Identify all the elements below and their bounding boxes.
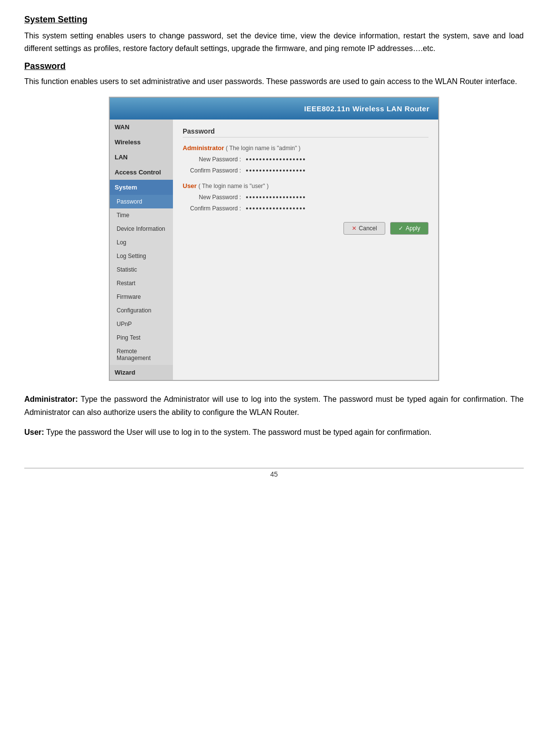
user-new-password-dots: •••••••••••••••••• — [246, 193, 306, 201]
user-label: User ( The login name is "user" ) — [183, 182, 428, 189]
page-number: 45 — [270, 470, 278, 478]
user-new-password-label: New Password : — [183, 194, 246, 201]
password-section-title: Password — [24, 61, 524, 71]
sidebar-item-wireless[interactable]: Wireless — [110, 135, 173, 150]
sidebar-item-system[interactable]: System — [110, 180, 173, 195]
admin-section-text: Administrator: Type the password the Adm… — [24, 393, 524, 419]
sidebar-item-log-setting[interactable]: Log Setting — [110, 249, 173, 263]
router-sidebar: WAN Wireless LAN Access Control System P… — [110, 120, 173, 380]
user-confirm-password-dots: •••••••••••••••••• — [246, 205, 306, 212]
user-confirm-password-label: Confirm Password : — [183, 205, 246, 212]
admin-new-password-row: New Password : •••••••••••••••••• — [183, 155, 428, 163]
sidebar-item-upnp[interactable]: UPnP — [110, 317, 173, 331]
sidebar-item-log[interactable]: Log — [110, 236, 173, 249]
router-body: WAN Wireless LAN Access Control System P… — [110, 120, 438, 380]
confirm-password-label: Confirm Password : — [183, 167, 246, 174]
cancel-icon: ✕ — [352, 225, 357, 232]
apply-button[interactable]: ✓ Apply — [390, 222, 428, 235]
intro-paragraph: This system setting enables users to cha… — [24, 30, 524, 54]
admin-label: Administrator ( The login name is "admin… — [183, 144, 428, 152]
apply-icon: ✓ — [398, 225, 403, 232]
sidebar-item-restart[interactable]: Restart — [110, 276, 173, 290]
cancel-button[interactable]: ✕ Cancel — [343, 222, 385, 235]
content-title: Password — [183, 127, 428, 137]
admin-bold-label: Administrator: — [24, 395, 78, 403]
sidebar-item-access-control[interactable]: Access Control — [110, 165, 173, 180]
sidebar-item-wizard[interactable]: Wizard — [110, 365, 173, 380]
page-title: System Setting — [24, 15, 524, 25]
sidebar-item-remote-mgmt[interactable]: Remote Management — [110, 344, 173, 365]
new-password-label: New Password : — [183, 156, 246, 163]
page-footer: 45 — [24, 468, 524, 478]
admin-confirm-password-dots: •••••••••••••••••• — [246, 167, 306, 174]
sidebar-item-password[interactable]: Password — [110, 195, 173, 208]
user-bold-label: User: — [24, 428, 44, 436]
sidebar-item-ping-test[interactable]: Ping Test — [110, 331, 173, 344]
router-ui-screenshot: IEEE802.11n Wireless LAN Router WAN Wire… — [109, 97, 439, 381]
router-main-content: Password Administrator ( The login name … — [173, 120, 438, 380]
form-button-row: ✕ Cancel ✓ Apply — [183, 222, 428, 235]
sidebar-item-wan[interactable]: WAN — [110, 120, 173, 135]
admin-note: ( The login name is "admin" ) — [226, 145, 301, 152]
user-form-group: User ( The login name is "user" ) New Pa… — [183, 182, 428, 212]
sidebar-item-statistic[interactable]: Statistic — [110, 263, 173, 276]
sidebar-item-lan[interactable]: LAN — [110, 150, 173, 165]
user-section-text: User: Type the password the User will us… — [24, 426, 524, 439]
admin-body-text: Type the password the Administrator will… — [24, 395, 524, 416]
user-body-text: Type the password the User will use to l… — [44, 428, 431, 436]
sidebar-item-configuration[interactable]: Configuration — [110, 304, 173, 317]
router-header: IEEE802.11n Wireless LAN Router — [110, 98, 438, 120]
sidebar-item-device-info[interactable]: Device Information — [110, 222, 173, 236]
user-note: ( The login name is "user" ) — [199, 183, 269, 189]
password-section-desc: This function enables users to set admin… — [24, 75, 524, 88]
sidebar-item-firmware[interactable]: Firmware — [110, 290, 173, 304]
sidebar-item-time[interactable]: Time — [110, 208, 173, 222]
user-confirm-password-row: Confirm Password : •••••••••••••••••• — [183, 205, 428, 212]
admin-confirm-password-row: Confirm Password : •••••••••••••••••• — [183, 167, 428, 174]
admin-new-password-dots: •••••••••••••••••• — [246, 155, 306, 163]
admin-form-group: Administrator ( The login name is "admin… — [183, 144, 428, 174]
user-new-password-row: New Password : •••••••••••••••••• — [183, 193, 428, 201]
